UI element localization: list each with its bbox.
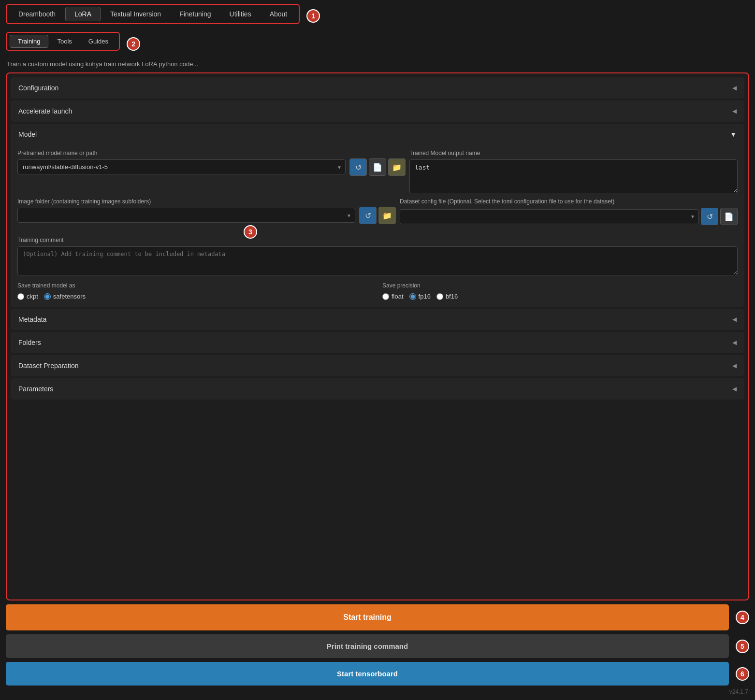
dataset-prep-arrow-icon: ◀ (732, 362, 737, 369)
model-section: Model ▼ Pretrained model name or path ru… (11, 124, 744, 307)
subtab-training[interactable]: Training (10, 35, 48, 48)
badge-3: 3 (244, 225, 257, 239)
pretrained-doc-icon[interactable]: 📄 (369, 158, 386, 176)
tab-finetuning[interactable]: Finetuning (171, 7, 219, 21)
fp16-label: fp16 (419, 293, 431, 300)
accordion-metadata-label: Metadata (18, 315, 46, 323)
ckpt-radio-label[interactable]: ckpt (17, 293, 38, 300)
dataset-doc-icon[interactable]: 📄 (720, 208, 738, 225)
subtab-guides[interactable]: Guides (81, 35, 116, 47)
bf16-radio-label[interactable]: bf16 (436, 293, 458, 300)
training-comment-input[interactable] (17, 246, 738, 275)
accordion-folders-label: Folders (18, 339, 41, 346)
model-section-body: Pretrained model name or path runwayml/s… (11, 145, 744, 307)
start-training-button[interactable]: Start training (6, 604, 729, 630)
safetensors-radio[interactable] (44, 293, 51, 300)
accordion-configuration-label: Configuration (18, 84, 58, 92)
pretrained-model-label: Pretrained model name or path (17, 150, 346, 157)
accordion-configuration-header[interactable]: Configuration ◀ (11, 77, 744, 99)
bf16-label: bf16 (446, 293, 458, 300)
accordion-metadata-header[interactable]: Metadata ◀ (11, 309, 744, 330)
save-precision-label: Save precision (382, 282, 738, 289)
page-subtitle: Train a custom model using kohya train n… (6, 60, 749, 68)
image-folder-select[interactable] (17, 208, 355, 223)
float-label: float (392, 293, 404, 300)
metadata-arrow-icon: ◀ (732, 316, 737, 323)
pretrained-model-select[interactable]: runwayml/stable-diffusion-v1-5 (17, 159, 346, 174)
tab-lora[interactable]: LoRA (65, 7, 101, 21)
bottom-buttons-area: Start training 4 Print training command … (6, 604, 749, 686)
fp16-radio-label[interactable]: fp16 (409, 293, 431, 300)
folders-arrow-icon: ◀ (732, 339, 737, 346)
accordion-dataset-prep: Dataset Preparation ◀ (11, 355, 744, 376)
print-training-command-button[interactable]: Print training command (6, 634, 729, 658)
pretrained-refresh-icon[interactable]: ↺ (349, 158, 367, 176)
safetensors-label: safetensors (53, 293, 86, 300)
subtab-tools[interactable]: Tools (49, 35, 79, 47)
top-nav: Dreambooth LoRA Textual Inversion Finetu… (6, 4, 300, 24)
trained-output-label: Trained Model output name (409, 150, 738, 157)
accordion-folders: Folders ◀ (11, 332, 744, 353)
tab-utilities[interactable]: Utilities (221, 7, 260, 21)
accordion-accelerate: Accelerate launch ◀ (11, 100, 744, 122)
accordion-configuration: Configuration ◀ (11, 77, 744, 99)
sub-nav: Training Tools Guides (6, 32, 120, 51)
model-arrow-icon: ▼ (730, 130, 737, 138)
accordion-metadata: Metadata ◀ (11, 309, 744, 330)
image-folder-label: Image folder (containing training images… (17, 198, 355, 205)
accordion-parameters-header[interactable]: Parameters ◀ (11, 378, 744, 400)
float-radio[interactable] (382, 293, 389, 300)
badge-4: 4 (736, 611, 749, 624)
badge-6: 6 (736, 667, 749, 681)
version-footer: v24.1.7 (6, 686, 749, 696)
configuration-arrow-icon: ◀ (732, 85, 737, 91)
accordion-accelerate-label: Accelerate launch (18, 107, 72, 115)
image-folder-refresh-icon[interactable]: ↺ (359, 207, 377, 224)
image-folder-folder-icon[interactable]: 📁 (378, 207, 396, 224)
ckpt-label: ckpt (27, 293, 38, 300)
tab-dreambooth[interactable]: Dreambooth (10, 7, 64, 21)
accordion-dataset-prep-header[interactable]: Dataset Preparation ◀ (11, 355, 744, 376)
badge-1: 1 (306, 9, 320, 23)
ckpt-radio[interactable] (17, 293, 24, 300)
accordion-parameters-label: Parameters (18, 385, 53, 393)
accelerate-arrow-icon: ◀ (732, 108, 737, 114)
app-wrapper: Dreambooth LoRA Textual Inversion Finetu… (0, 0, 755, 700)
badge-5: 5 (736, 640, 749, 653)
tab-textual-inversion[interactable]: Textual Inversion (102, 7, 170, 21)
dataset-config-select[interactable] (400, 209, 699, 224)
fp16-radio[interactable] (409, 293, 416, 300)
training-comment-label: Training comment (17, 237, 738, 243)
dataset-config-label: Dataset config file (Optional. Select th… (400, 198, 738, 205)
tab-about[interactable]: About (261, 7, 296, 21)
bf16-radio[interactable] (436, 293, 443, 300)
trained-output-input[interactable]: last (409, 159, 738, 193)
main-content-box: Configuration ◀ Accelerate launch ◀ Mode… (6, 72, 749, 600)
accordion-folders-header[interactable]: Folders ◀ (11, 332, 744, 353)
accordion-accelerate-header[interactable]: Accelerate launch ◀ (11, 100, 744, 122)
accordion-parameters: Parameters ◀ (11, 378, 744, 400)
float-radio-label[interactable]: float (382, 293, 404, 300)
badge-2: 2 (127, 37, 140, 51)
pretrained-folder-icon[interactable]: 📁 (388, 158, 406, 176)
start-tensorboard-button[interactable]: Start tensorboard (6, 662, 729, 686)
safetensors-radio-label[interactable]: safetensors (44, 293, 86, 300)
model-section-header[interactable]: Model ▼ (11, 124, 744, 145)
save-model-radio-group: ckpt safetensors (17, 293, 373, 300)
dataset-refresh-icon[interactable]: ↺ (701, 208, 718, 225)
save-precision-radio-group: float fp16 bf16 (382, 293, 738, 300)
accordion-dataset-prep-label: Dataset Preparation (18, 362, 79, 370)
parameters-arrow-icon: ◀ (732, 386, 737, 392)
save-model-label: Save trained model as (17, 282, 373, 289)
model-section-label: Model (18, 130, 37, 138)
